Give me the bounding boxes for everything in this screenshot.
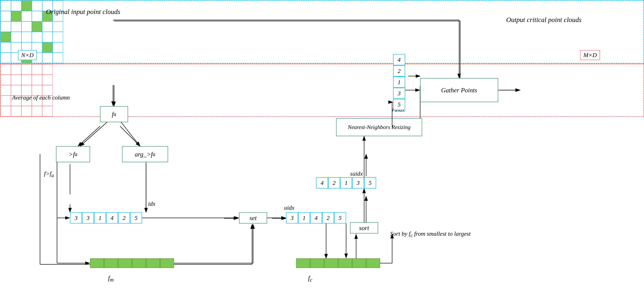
grid-cell xyxy=(0,42,11,53)
seq-cell-v: 3 xyxy=(393,88,405,99)
grid-cell xyxy=(0,64,11,75)
grid-cell xyxy=(42,22,52,32)
fa-box: fa xyxy=(100,106,128,122)
idx-label: idx xyxy=(148,200,156,207)
seq-cell: 4 xyxy=(316,177,328,188)
seq-cell: 5 xyxy=(364,177,376,188)
grid-cell-filled xyxy=(0,32,11,42)
output-cloud-label: Output critical point clouds xyxy=(506,16,582,24)
grid-cell xyxy=(32,11,42,22)
grid-cell xyxy=(22,22,32,32)
grid-cell-filled xyxy=(22,1,32,11)
seq-cell: 2 xyxy=(322,212,334,223)
green-cell xyxy=(324,258,338,268)
seq-cell: 3 xyxy=(286,212,298,223)
grid-cell xyxy=(0,22,11,32)
green-cell xyxy=(366,258,380,268)
seq-cell: 1 xyxy=(298,212,310,223)
grid-cell xyxy=(22,75,32,85)
grid-cell xyxy=(52,32,63,42)
grid-cell xyxy=(0,85,11,96)
seq-cell: 2 xyxy=(328,177,340,188)
grid-cell xyxy=(11,106,22,116)
grid-cell xyxy=(11,32,22,42)
grid-cell-filled xyxy=(42,42,52,53)
arg-gt-fa-box: arg_>fa xyxy=(122,146,168,162)
grid-cell xyxy=(32,32,42,42)
seq-cell-v: 5 xyxy=(393,99,405,110)
svg-line-31 xyxy=(121,122,140,146)
grid-cell xyxy=(22,11,32,22)
grid-cell xyxy=(52,22,63,32)
green-cell xyxy=(146,258,160,268)
grid-cell-filled xyxy=(11,11,22,22)
svg-line-3 xyxy=(120,126,140,146)
uidx-label: uidx xyxy=(284,204,294,211)
nn-resizing-box: Nearest-Neighbors Resizing xyxy=(336,118,422,136)
fc-label: fc xyxy=(308,274,312,283)
suidx-label: suidx xyxy=(350,170,363,177)
grid-cell xyxy=(0,11,11,22)
suidx-sequence: 4 2 1 3 5 xyxy=(316,177,376,188)
sort-desc-label: Sort by fc from smallest to largest xyxy=(390,230,470,238)
seq-cell: 5 xyxy=(130,212,142,223)
seq-cell: 1 xyxy=(94,212,106,223)
md-dim-box: M×D xyxy=(580,50,600,60)
grid-cell xyxy=(0,1,11,11)
uidx-sequence: 3 1 4 2 5 xyxy=(286,212,346,223)
grid-cell xyxy=(22,64,32,75)
grid-cell xyxy=(22,106,32,116)
green-cell xyxy=(338,258,352,268)
grid-cell xyxy=(0,96,11,106)
input-cloud-label: Original input point clouds xyxy=(46,8,120,16)
diagram-container: Original input point clouds Output criti… xyxy=(0,0,644,303)
green-cell xyxy=(104,258,118,268)
grid-cell xyxy=(42,106,52,116)
output-grid xyxy=(0,64,644,117)
grid-cell xyxy=(32,1,42,11)
seq-cell: 1 xyxy=(340,177,352,188)
seq-cell: 3 xyxy=(82,212,94,223)
nd-dim-box: N×D xyxy=(18,50,37,60)
grid-cell xyxy=(52,42,63,53)
grid-cell xyxy=(22,32,32,42)
seq-cell-v: 4 xyxy=(393,54,405,65)
seq-cell: 2 xyxy=(118,212,130,223)
grid-cell xyxy=(42,53,52,63)
grid-cell xyxy=(42,75,52,85)
green-cell xyxy=(132,258,146,268)
grid-cell xyxy=(32,64,42,75)
green-cell xyxy=(160,258,174,268)
green-cell xyxy=(296,258,310,268)
svg-line-30 xyxy=(80,122,107,146)
green-cell xyxy=(352,258,366,268)
ruidx-sequence-v: 4 2 1 3 5 xyxy=(393,54,405,110)
seq-cell: 3 xyxy=(352,177,364,188)
grid-cell xyxy=(0,53,11,63)
grid-cell xyxy=(11,22,22,32)
seq-cell-v: 1 xyxy=(393,77,405,88)
seq-cell: 5 xyxy=(334,212,346,223)
fm-green-bar xyxy=(90,258,174,268)
grid-cell xyxy=(42,64,52,75)
grid-cell xyxy=(42,32,52,42)
grid-cell-filled xyxy=(32,22,42,32)
green-cell xyxy=(310,258,324,268)
f-gt-fa-label: f>fa xyxy=(44,170,54,178)
set-box: set xyxy=(239,212,267,223)
seq-cell: 4 xyxy=(310,212,322,223)
seq-cell: 4 xyxy=(106,212,118,223)
grid-cell xyxy=(11,1,22,11)
sort-box: sort xyxy=(350,222,378,233)
grid-cell xyxy=(11,64,22,75)
seq-cell-v: 2 xyxy=(393,65,405,77)
grid-cell xyxy=(0,75,11,85)
seq-cell: 3 xyxy=(70,212,82,223)
grid-cell xyxy=(32,75,42,85)
fc-green-bar xyxy=(296,258,380,268)
gather-points-box: Gather Points xyxy=(420,78,498,102)
grid-cell xyxy=(11,75,22,85)
green-cell xyxy=(118,258,132,268)
avg-col-label: Average of each column xyxy=(12,94,70,101)
grid-cell xyxy=(52,53,63,63)
